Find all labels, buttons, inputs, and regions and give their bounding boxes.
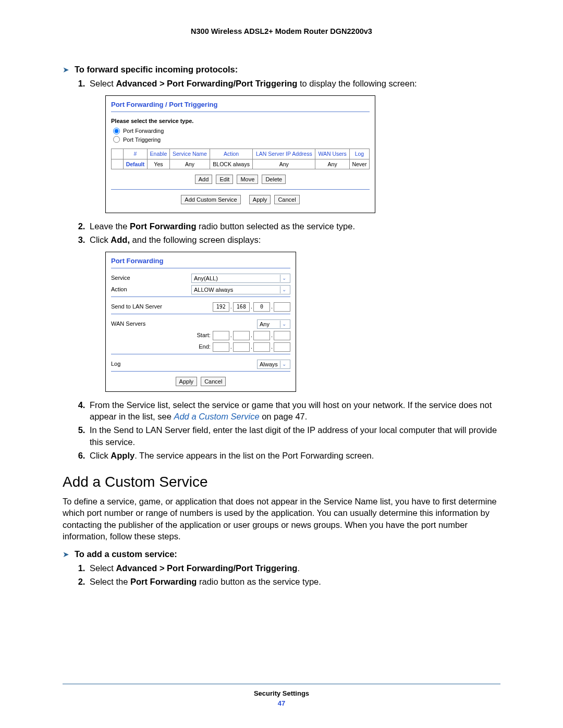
row-end: End: . . . (111, 342, 290, 352)
edit-button[interactable]: Edit (216, 175, 233, 184)
row-service: Service Any(ALL)⌄ (111, 274, 290, 283)
ip-octet-1[interactable] (213, 302, 229, 312)
panel1-button-row-1: Add Edit Move Delete (111, 175, 370, 184)
start-octet-1[interactable] (213, 331, 229, 340)
row-action: Action ALLOW always⌄ (111, 285, 290, 294)
arrow-icon: ➤ (63, 550, 69, 559)
td-blank (112, 159, 124, 169)
step-5: In the Send to LAN Server field, enter t… (88, 424, 500, 448)
th-lan-ip: LAN Server IP Address (253, 149, 315, 159)
td-wan: Any (315, 159, 349, 169)
procedure-heading-1: ➤ To forward specific incoming protocols… (63, 65, 500, 75)
wan-select[interactable]: Any⌄ (257, 319, 290, 329)
ip-octet-4[interactable] (274, 302, 290, 312)
dot: . (230, 303, 232, 311)
panel1-select-label: Please select the service type. (111, 117, 370, 125)
radio-port-forwarding[interactable]: Port Forwarding (111, 127, 370, 135)
arrow-icon: ➤ (63, 65, 69, 75)
td-default: Default (124, 159, 148, 169)
start-octet-2[interactable] (233, 331, 250, 340)
chevron-down-icon: ⌄ (280, 275, 288, 282)
delete-button[interactable]: Delete (262, 175, 286, 184)
footer-page-number: 47 (63, 699, 500, 707)
procedure-heading-2: ➤ To add a custom service: (63, 549, 500, 559)
dot: . (271, 303, 273, 311)
radio-port-triggering-label: Port Triggering (123, 136, 161, 144)
th-enable: Enable (147, 149, 169, 159)
page-footer: Security Settings 47 (63, 680, 500, 707)
apply-button[interactable]: Apply (176, 377, 198, 386)
step-1-text-c: to display the following screen: (297, 79, 417, 88)
cancel-button[interactable]: Cancel (274, 195, 299, 204)
divider (111, 297, 290, 297)
action-select[interactable]: ALLOW always⌄ (191, 285, 290, 294)
step-4-link[interactable]: Add a Custom Service (174, 412, 259, 421)
divider (111, 314, 290, 314)
step-6-c: . The service appears in the list on the… (134, 451, 374, 460)
divider (111, 371, 290, 372)
row-wan: WAN Servers Any⌄ (111, 319, 290, 329)
move-button[interactable]: Move (237, 175, 258, 184)
s2s1b: Advanced > Port Forwarding/Port Triggeri… (116, 563, 297, 573)
doc-header: N300 Wireless ADSL2+ Modem Router DGN220… (63, 27, 500, 35)
start-octet-3[interactable] (253, 331, 270, 340)
label-log: Log (111, 360, 184, 368)
end-octet-2[interactable] (233, 342, 250, 352)
label-send-lan: Send to LAN Server (111, 303, 184, 311)
row-log: Log Always⌄ (111, 360, 290, 369)
th-wan-users: WAN Users (315, 149, 349, 159)
chevron-down-icon: ⌄ (280, 286, 288, 293)
chevron-down-icon: ⌄ (280, 320, 288, 328)
footer-section: Security Settings (63, 689, 500, 697)
panel1-button-row-2: Add Custom Service Apply Cancel (111, 195, 370, 204)
s2s1c: . (297, 563, 300, 573)
td-lan: Any (253, 159, 315, 169)
step-6-b: Apply (111, 451, 134, 460)
action-select-value: ALLOW always (194, 286, 233, 294)
dot: . (271, 331, 273, 339)
th-num: # (124, 149, 148, 159)
screenshot-port-forwarding-list: Port Forwarding / Port Triggering Please… (105, 95, 375, 213)
s2s2c: radio button as the service type. (197, 577, 321, 586)
td-enable: Yes (147, 159, 169, 169)
dot: . (271, 343, 273, 351)
sec2-step-2: Select the Port Forwarding radio button … (88, 576, 500, 587)
radio-port-forwarding-input[interactable] (113, 128, 120, 134)
step-1-text-a: Select (90, 79, 116, 88)
procedure-heading-2-text: To add a custom service: (75, 549, 177, 559)
step-2: Leave the Port Forwarding radio button s… (88, 220, 500, 232)
dot: . (251, 343, 252, 351)
step-3: Click Add, and the following screen disp… (88, 234, 500, 392)
th-log: Log (349, 149, 369, 159)
label-end: End: (199, 343, 211, 351)
step-1-text-b: Advanced > Port Forwarding/Port Triggeri… (116, 79, 297, 88)
cancel-button[interactable]: Cancel (201, 377, 226, 386)
ip-octet-3[interactable] (253, 302, 270, 312)
dot: . (251, 303, 252, 311)
end-octet-1[interactable] (213, 342, 229, 352)
divider (111, 268, 290, 268)
radio-port-triggering[interactable]: Port Triggering (111, 136, 370, 144)
end-octet-4[interactable] (274, 342, 290, 352)
add-button[interactable]: Add (195, 175, 213, 184)
end-octet-3[interactable] (253, 342, 270, 352)
apply-button[interactable]: Apply (249, 195, 271, 204)
step-3-c: and the following screen displays: (130, 235, 261, 244)
footer-divider (63, 684, 500, 684)
service-select[interactable]: Any(ALL)⌄ (191, 274, 290, 283)
screenshot-port-forwarding-add: Port Forwarding Service Any(ALL)⌄ Action… (105, 252, 296, 392)
log-select-value: Always (260, 360, 278, 368)
start-octet-4[interactable] (274, 331, 290, 340)
procedure-heading-1-text: To forward specific incoming protocols: (75, 65, 238, 75)
add-custom-service-button[interactable]: Add Custom Service (181, 195, 240, 204)
step-4: From the Service list, select the servic… (88, 399, 500, 423)
label-action: Action (111, 286, 184, 293)
step-6-a: Click (90, 451, 111, 460)
step-2-a: Leave the (90, 221, 130, 231)
wan-select-value: Any (260, 320, 270, 328)
label-wan: WAN Servers (111, 320, 184, 328)
radio-port-triggering-input[interactable] (113, 136, 120, 143)
log-select[interactable]: Always⌄ (257, 360, 290, 369)
ip-octet-2[interactable] (233, 302, 250, 312)
step-1: Select Advanced > Port Forwarding/Port T… (88, 78, 500, 213)
